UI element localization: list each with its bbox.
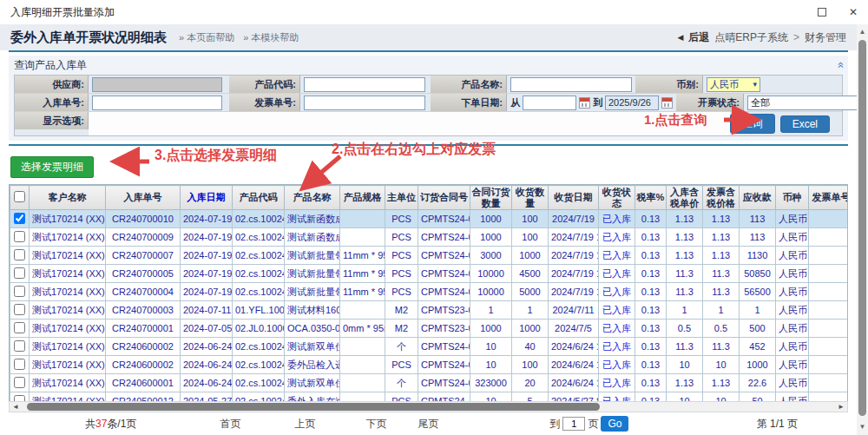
page-help-link[interactable]: » 本页面帮助 — [179, 31, 234, 44]
scroll-left-icon[interactable]: ◄ — [10, 402, 22, 412]
module-help-link[interactable]: » 本模块帮助 — [243, 31, 299, 44]
invoice-no-field[interactable] — [304, 96, 425, 110]
cell: 测试新函数成 — [285, 210, 340, 228]
cell: 3000 — [470, 247, 512, 265]
product-name-field[interactable] — [510, 77, 632, 92]
cell: 0.13 — [635, 228, 667, 247]
cell: 0.13 — [635, 247, 667, 265]
row-checkbox[interactable] — [14, 286, 25, 297]
row-checkbox[interactable] — [14, 377, 25, 388]
cell: 10000 — [470, 265, 512, 283]
scroll-up-icon[interactable]: ▲ — [857, 26, 868, 38]
first-page-link[interactable]: 首页 — [220, 417, 240, 432]
row-checkbox[interactable] — [14, 267, 25, 279]
cell: 113 — [740, 210, 776, 228]
cell: 1000 — [740, 356, 776, 374]
cell: 10 — [470, 338, 512, 356]
cell: 1.13 — [667, 210, 703, 228]
breadcrumb-system[interactable]: 点晴ERP子系统 — [714, 30, 788, 45]
select-all-checkbox[interactable] — [14, 191, 25, 202]
cell: 测试170214 (XX) — [30, 301, 106, 320]
row-checkbox[interactable] — [14, 340, 25, 352]
supplier-field[interactable] — [92, 77, 222, 92]
vertical-scrollbar-thumb[interactable] — [858, 40, 866, 416]
last-page-link[interactable]: 尾页 — [418, 417, 438, 432]
cell: 10 — [703, 392, 740, 402]
cell: 10000 — [470, 283, 512, 301]
column-header: 入库含税单价 — [667, 186, 703, 210]
row-checkbox-cell — [10, 210, 30, 228]
close-icon[interactable]: ✕ — [849, 6, 858, 18]
cell — [809, 374, 849, 392]
cell: 人民币 — [776, 301, 809, 320]
row-checkbox-cell — [10, 356, 30, 374]
cell: 1 — [667, 301, 703, 320]
next-page-link[interactable]: 下页 — [365, 417, 386, 432]
maximize-icon[interactable] — [818, 8, 826, 16]
results-table-wrapper: 客户名称入库单号入库日期产品代码产品名称产品规格主单位订货合同号合同订货数量收货… — [9, 184, 848, 401]
row-checkbox-cell — [10, 247, 30, 265]
column-header: 产品代码 — [233, 186, 285, 210]
cell: 1 — [470, 301, 512, 320]
query-panel: 查询产品入库单 » 供应商: 产品代码: 产品名称: 币别: 人民币 ▾ — [9, 56, 848, 141]
storage-no-field[interactable] — [92, 96, 222, 110]
breadcrumb-module[interactable]: 财务管理 — [805, 30, 846, 45]
back-link[interactable]: 后退 — [688, 30, 709, 45]
column-header[interactable]: 入库日期 — [181, 186, 233, 210]
go-button[interactable]: Go — [601, 416, 628, 432]
table-body: 测试170214 (XX)CR2407000102024-07-1902.cs.… — [10, 210, 849, 402]
cell: PCS — [385, 210, 418, 228]
horizontal-scrollbar[interactable]: ◄ ► — [9, 401, 848, 412]
cell: 人民币 — [776, 356, 809, 374]
row-checkbox[interactable] — [14, 395, 25, 402]
invoice-no-label: 发票单号: — [229, 94, 300, 111]
excel-button[interactable]: Excel — [780, 115, 830, 133]
scroll-right-icon[interactable]: ► — [835, 402, 847, 412]
cell: CPMTS24-00051 — [418, 356, 470, 374]
storage-no-label: 入库单号: — [15, 94, 89, 111]
scroll-down-icon[interactable]: ▼ — [857, 421, 868, 433]
cell — [809, 265, 849, 283]
collapse-panel-icon[interactable]: » — [834, 62, 845, 68]
query-form: 供应商: 产品代码: 产品名称: 币别: 人民币 ▾ 入库单号: — [14, 75, 843, 136]
cell: 11.3 — [703, 283, 740, 301]
prev-page-link[interactable]: 上页 — [294, 417, 315, 432]
cell: 2024/6/24 16 — [549, 338, 599, 356]
table-row: 测试170214 (XX)CR2407000032024-07-1101.YFL… — [10, 301, 849, 320]
cell: 已入库 — [599, 374, 635, 392]
row-checkbox[interactable] — [14, 231, 25, 242]
select-invoice-detail-button[interactable]: 选择发票明细 — [10, 156, 94, 178]
vertical-scrollbar[interactable]: ▲ ▼ — [857, 24, 868, 435]
date-to-field[interactable] — [605, 96, 659, 110]
cell: 1000 — [512, 247, 549, 265]
calendar-icon[interactable] — [661, 97, 673, 109]
window-title: 入库明细开票批量添加 — [10, 5, 115, 20]
date-from-field[interactable] — [523, 96, 576, 110]
calendar-icon[interactable] — [579, 97, 590, 109]
cell: PCS — [385, 283, 418, 301]
row-checkbox[interactable] — [14, 304, 25, 315]
invoice-status-select[interactable]: 全部 ▾ — [747, 96, 868, 110]
row-checkbox-cell — [10, 338, 30, 356]
cell: 测试170214 (XX) — [30, 265, 106, 283]
row-checkbox-cell — [10, 265, 30, 283]
row-checkbox[interactable] — [14, 359, 25, 370]
cell: 0.13 — [635, 283, 667, 301]
currency-select[interactable]: 人民币 ▾ — [707, 77, 760, 92]
cell: 4500 — [512, 265, 549, 283]
row-checkbox[interactable] — [14, 213, 25, 224]
cell: 1000 — [470, 228, 512, 247]
row-checkbox[interactable] — [14, 249, 25, 260]
cell — [809, 356, 849, 374]
page-number-input[interactable] — [562, 417, 585, 431]
cell: 2024/7/5 — [549, 320, 599, 338]
row-checkbox[interactable] — [14, 322, 25, 333]
column-header: 入库单号 — [106, 186, 181, 210]
cell: CR240700004 — [106, 283, 181, 301]
cell: 10 — [470, 392, 512, 402]
date-to-prefix: 到 — [593, 96, 602, 109]
product-code-field[interactable] — [304, 77, 425, 92]
cell: 1.13 — [667, 247, 703, 265]
horizontal-scrollbar-thumb[interactable] — [27, 403, 600, 411]
search-button[interactable]: 查询 — [730, 114, 775, 134]
